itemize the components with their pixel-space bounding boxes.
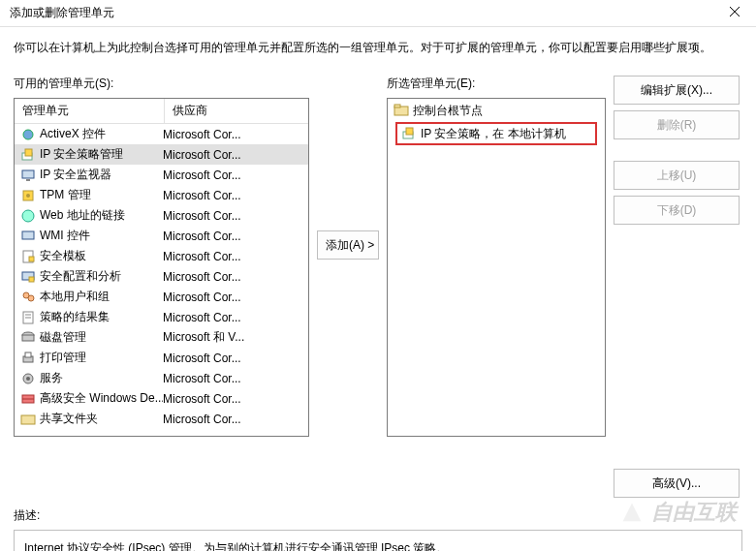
description-line1: Internet 协议安全性 (IPsec) 管理。为与别的计算机进行安全通讯管… [24, 538, 732, 551]
available-item-vendor: Microsoft Cor... [163, 352, 308, 365]
available-item[interactable]: ActiveX 控件Microsoft Cor... [15, 124, 308, 144]
add-button[interactable]: 添加(A) > [317, 230, 379, 260]
selected-item-highlight[interactable]: IP 安全策略，在 本地计算机 [395, 122, 597, 145]
selected-snapins-tree[interactable]: 控制台根节点 IP 安全策略，在 本地计算机 [387, 98, 606, 437]
console-root-label: 控制台根节点 [413, 103, 483, 119]
available-item-name: Web 地址的链接 [40, 207, 163, 224]
web-link-icon [20, 208, 36, 224]
svg-point-16 [28, 295, 34, 301]
available-item-vendor: Microsoft Cor... [163, 189, 308, 202]
available-header: 管理单元 供应商 [15, 99, 308, 124]
edit-extensions-button[interactable]: 编辑扩展(X)... [614, 76, 740, 105]
available-item-vendor: Microsoft Cor... [163, 372, 308, 385]
users-groups-icon [20, 290, 36, 305]
wmi-icon [20, 229, 36, 244]
svg-point-8 [26, 194, 30, 198]
available-item-vendor: Microsoft Cor... [163, 291, 308, 304]
svg-point-9 [22, 210, 34, 222]
available-item-name: 高级安全 Windows De... [40, 390, 163, 407]
col-snapin[interactable]: 管理单元 [15, 99, 165, 123]
close-button[interactable] [717, 0, 756, 26]
svg-rect-30 [394, 105, 400, 107]
svg-rect-5 [22, 170, 34, 178]
instructions-text: 你可以在计算机上为此控制台选择可用的管理单元并配置所选的一组管理单元。对于可扩展… [14, 39, 742, 56]
tpm-icon [20, 188, 36, 203]
remove-button[interactable]: 删除(R) [614, 110, 740, 139]
available-item[interactable]: WMI 控件Microsoft Cor... [15, 226, 308, 246]
window-title: 添加或删除管理单元 [10, 5, 114, 21]
available-item-name: IP 安全监视器 [40, 167, 163, 183]
available-item-vendor: Microsoft Cor... [163, 311, 308, 324]
available-item-vendor: Microsoft Cor... [163, 148, 308, 162]
services-icon [20, 371, 36, 386]
available-item[interactable]: 打印管理Microsoft Cor... [15, 348, 308, 368]
disk-mgmt-icon [20, 330, 36, 346]
available-item-vendor: Microsoft Cor... [163, 250, 308, 263]
activex-icon [20, 127, 36, 142]
available-item[interactable]: 策略的结果集Microsoft Cor... [15, 307, 308, 327]
available-item-vendor: Microsoft Cor... [163, 270, 308, 284]
available-item-name: 磁盘管理 [40, 329, 163, 346]
ipsec-policy-icon [401, 126, 417, 141]
available-item[interactable]: IP 安全策略管理Microsoft Cor... [15, 144, 308, 165]
security-template-icon [20, 249, 36, 264]
available-item-vendor: Microsoft 和 V... [163, 329, 308, 346]
available-item-name: IP 安全策略管理 [40, 146, 163, 163]
selected-label: 所选管理单元(E): [387, 76, 606, 92]
available-item[interactable]: 磁盘管理Microsoft 和 V... [15, 327, 308, 348]
available-item-name: 安全配置和分析 [40, 268, 163, 285]
available-item-vendor: Microsoft Cor... [163, 392, 308, 406]
svg-rect-14 [29, 277, 34, 282]
available-item-name: 策略的结果集 [40, 309, 163, 325]
available-item-name: 打印管理 [40, 350, 163, 366]
selected-item-label: IP 安全策略，在 本地计算机 [421, 126, 566, 142]
svg-rect-4 [25, 149, 32, 156]
available-item[interactable]: TPM 管理Microsoft Cor... [15, 185, 308, 205]
svg-rect-12 [29, 257, 34, 261]
close-icon [729, 6, 744, 21]
available-item-name: WMI 控件 [40, 228, 163, 244]
description-box: Internet 协议安全性 (IPsec) 管理。为与别的计算机进行安全通讯管… [14, 530, 742, 551]
available-item[interactable]: 安全模板Microsoft Cor... [15, 246, 308, 266]
ipsec-policy-icon [20, 147, 36, 163]
available-item-vendor: Microsoft Cor... [163, 230, 308, 243]
available-item-name: TPM 管理 [40, 187, 163, 203]
svg-point-2 [23, 130, 33, 139]
col-vendor[interactable]: 供应商 [165, 99, 308, 123]
available-item[interactable]: 安全配置和分析Microsoft Cor... [15, 266, 308, 287]
available-item-name: ActiveX 控件 [40, 126, 163, 142]
svg-rect-32 [406, 128, 413, 135]
svg-rect-28 [21, 415, 35, 424]
advanced-button[interactable]: 高级(V)... [614, 469, 740, 498]
svg-rect-23 [25, 352, 31, 357]
available-item[interactable]: Web 地址的链接Microsoft Cor... [15, 205, 308, 226]
available-item[interactable]: IP 安全监视器Microsoft Cor... [15, 165, 308, 185]
move-down-button[interactable]: 下移(D) [614, 196, 740, 225]
svg-rect-21 [22, 335, 34, 341]
available-item-vendor: Microsoft Cor... [163, 209, 308, 223]
security-config-icon [20, 269, 36, 285]
svg-rect-6 [26, 179, 30, 181]
available-item-vendor: Microsoft Cor... [163, 413, 308, 426]
console-root-node[interactable]: 控制台根节点 [390, 101, 603, 120]
shared-folders-icon [20, 412, 36, 427]
available-item-vendor: Microsoft Cor... [163, 128, 308, 141]
available-snapins-list[interactable]: 管理单元 供应商 ActiveX 控件Microsoft Cor...IP 安全… [14, 98, 309, 437]
available-item-name: 本地用户和组 [40, 289, 163, 305]
ipsec-monitor-icon [20, 168, 36, 183]
move-up-button[interactable]: 上移(U) [614, 161, 740, 190]
print-mgmt-icon [20, 351, 36, 366]
svg-rect-10 [22, 231, 34, 239]
available-item[interactable]: 服务Microsoft Cor... [15, 368, 308, 388]
available-item-name: 服务 [40, 370, 163, 386]
description-label: 描述: [14, 507, 742, 524]
rsop-icon [20, 310, 36, 325]
available-label: 可用的管理单元(S): [14, 76, 309, 92]
available-item[interactable]: 高级安全 Windows De...Microsoft Cor... [15, 388, 308, 409]
svg-point-25 [26, 377, 30, 381]
available-item[interactable]: 本地用户和组Microsoft Cor... [15, 287, 308, 307]
firewall-icon [20, 391, 36, 407]
available-item[interactable]: 共享文件夹Microsoft Cor... [15, 409, 308, 429]
available-item-name: 安全模板 [40, 248, 163, 264]
available-item-name: 共享文件夹 [40, 411, 163, 427]
